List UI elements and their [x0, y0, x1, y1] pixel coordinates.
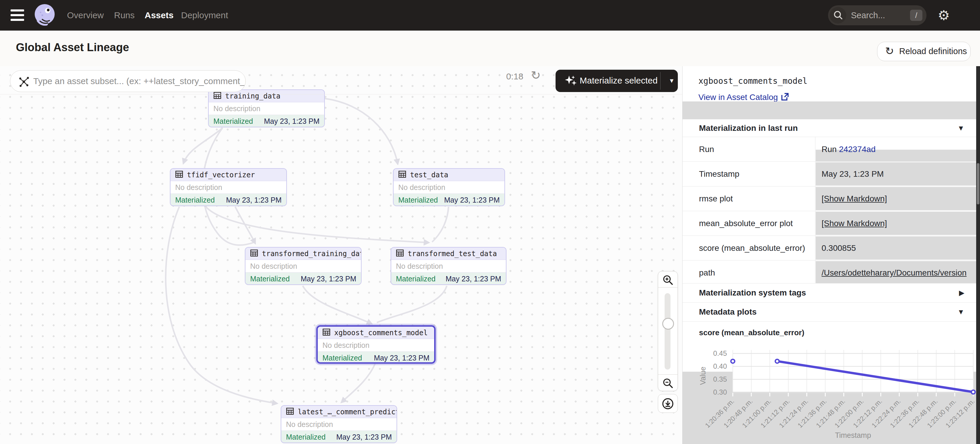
metadata-label: Run — [682, 137, 815, 161]
lineage-canvas[interactable]: training_dataNo descriptionMaterializedM… — [0, 66, 682, 444]
asset-description: No description — [394, 181, 504, 194]
nav-item-overview[interactable]: Overview — [67, 0, 104, 30]
metadata-link[interactable]: [Show Markdown] — [822, 219, 887, 228]
asset-node-header: tfidf_vectorizer — [170, 169, 286, 181]
section-materialization-in-last-run[interactable]: Materialization in last run ▼ — [682, 119, 976, 137]
metadata-value: /Users/odetteharary/Documents/version — [816, 261, 976, 285]
panel-scrollbar[interactable] — [976, 66, 980, 444]
page-title: Global Asset Lineage — [16, 41, 129, 54]
scrollbar-thumb[interactable] — [977, 163, 979, 204]
section-materialization-system-tags[interactable]: Materialization system tags ▶ — [682, 283, 976, 302]
zoom-in-button[interactable] — [658, 271, 678, 288]
asset-timestamp: May 23, 1:23 PM — [374, 354, 430, 362]
asset-node-header: latest_…_comment_predictions — [281, 406, 396, 418]
asset-name: training_data — [225, 92, 280, 100]
asset-status: Materialized — [175, 196, 215, 204]
asset-node-transformed_training_data[interactable]: transformed_training_dataNo descriptionM… — [245, 247, 361, 285]
panel-spacer-band — [682, 102, 976, 119]
search-icon — [830, 7, 846, 24]
download-image-button[interactable] — [658, 394, 678, 413]
hamburger-menu-icon[interactable] — [11, 10, 24, 21]
dagster-logo-icon[interactable] — [32, 2, 58, 28]
nav-item-assets[interactable]: Assets — [145, 0, 173, 30]
asset-node-transformed_test_data[interactable]: transformed_test_dataNo descriptionMater… — [391, 247, 506, 285]
asset-description: No description — [245, 260, 361, 272]
asset-status: Materialized — [250, 275, 290, 283]
asset-timestamp: May 23, 1:23 PM — [226, 196, 282, 204]
asset-node-training_data[interactable]: training_dataNo descriptionMaterializedM… — [208, 89, 325, 127]
asset-name: transformed_training_data — [262, 250, 361, 258]
table-icon — [250, 249, 262, 258]
metadata-label: score (mean_absolute_error) — [682, 236, 815, 260]
section-metadata-plots[interactable]: Metadata plots ▼ — [682, 302, 976, 321]
page-header: Global Asset Lineage ↻ Reload definition… — [0, 30, 980, 67]
asset-description: No description — [318, 339, 434, 352]
chevron-right-icon: ▶ — [959, 289, 964, 297]
metadata-row-run: RunRun 242374ad — [682, 137, 976, 161]
metadata-label: rmse plot — [682, 186, 815, 211]
asset-description: No description — [281, 418, 396, 430]
asset-description: No description — [209, 102, 324, 115]
asset-node-footer: MaterializedMay 23, 1:23 PM — [209, 115, 324, 127]
reload-definitions-button[interactable]: ↻ Reload definitions — [877, 42, 970, 61]
zoom-out-button[interactable] — [658, 374, 678, 390]
nav-item-deployment[interactable]: Deployment — [181, 0, 228, 30]
asset-node-footer: MaterializedMay 23, 1:23 PM — [245, 272, 361, 285]
asset-timestamp: May 23, 1:23 PM — [336, 433, 392, 441]
asset-node-footer: MaterializedMay 23, 1:23 PM — [394, 194, 504, 206]
zoom-slider-thumb[interactable] — [662, 318, 674, 329]
run-id-link[interactable]: 242374ad — [839, 145, 876, 154]
metadata-row-path: path/Users/odetteharary/Documents/versio… — [682, 260, 976, 285]
metadata-label: path — [682, 261, 815, 285]
asset-graph-filter-icon — [18, 76, 30, 89]
chevron-down-icon: ▼ — [958, 308, 964, 316]
asset-status: Materialized — [286, 433, 326, 441]
button-divider — [660, 72, 660, 90]
asset-timestamp: May 23, 1:23 PM — [445, 275, 501, 283]
asset-node-footer: MaterializedMay 23, 1:23 PM — [281, 430, 396, 443]
svg-text:0.45: 0.45 — [713, 349, 727, 357]
asset-description: No description — [391, 260, 506, 272]
refresh-graph-icon[interactable]: ↻ — [531, 68, 541, 82]
asset-description: No description — [170, 181, 286, 194]
metadata-row-mean-absolute-error-plot: mean_absolute_error plot[Show Markdown] — [682, 211, 976, 236]
metadata-value: [Show Markdown] — [816, 186, 976, 211]
materialize-selected-button[interactable]: Materialize selected ▾ — [555, 70, 678, 92]
view-in-asset-catalog-link[interactable]: View in Asset Catalog — [698, 92, 789, 102]
metadata-value: May 23, 1:23 PM — [816, 162, 976, 186]
run-prefix: Run — [822, 145, 839, 154]
asset-status: Materialized — [398, 196, 438, 204]
refresh-icon: ↻ — [885, 45, 894, 57]
sparkle-icon — [564, 75, 577, 88]
asset-details-panel: xgboost_comments_model View in Asset Cat… — [682, 66, 980, 444]
asset-name: transformed_test_data — [408, 250, 497, 258]
asset-timestamp: May 23, 1:23 PM — [264, 117, 320, 126]
asset-node-test_data[interactable]: test_dataNo descriptionMaterializedMay 2… — [393, 168, 505, 206]
asset-node-xgboost_comments_model[interactable]: xgboost_comments_modelNo descriptionMate… — [316, 325, 436, 364]
asset-node-footer: MaterializedMay 23, 1:23 PM — [318, 352, 434, 364]
zoom-slider-track[interactable] — [665, 293, 670, 369]
nav-item-runs[interactable]: Runs — [114, 0, 135, 30]
top-nav-bar: OverviewRunsAssetsDeployment Search... /… — [0, 0, 980, 30]
settings-gear-icon[interactable]: ⚙ — [938, 8, 950, 23]
metadata-link[interactable]: /Users/odetteharary/Documents/version — [822, 268, 966, 277]
metadata-plot-section: score (mean_absolute_error) 1:20:36 p.m.… — [682, 321, 980, 444]
table-icon — [396, 249, 408, 258]
metadata-link[interactable]: [Show Markdown] — [822, 194, 887, 203]
asset-node-footer: MaterializedMay 23, 1:23 PM — [170, 194, 286, 206]
search-shortcut-badge: / — [910, 10, 923, 21]
asset-name: test_data — [410, 171, 448, 179]
metadata-row-score-mean-absolute-error-: score (mean_absolute_error)0.300855 — [682, 236, 976, 260]
materialize-dropdown-caret[interactable]: ▾ — [665, 70, 678, 92]
asset-node-header: transformed_training_data — [245, 248, 361, 260]
global-search-input[interactable]: Search... / — [828, 5, 926, 25]
asset-timestamp: May 23, 1:23 PM — [444, 196, 500, 204]
asset-title: xgboost_comments_model — [698, 76, 807, 86]
metadata-value: [Show Markdown] — [816, 211, 976, 236]
filter-placeholder: Type an asset subset... (ex: ++latest_st… — [33, 70, 246, 92]
asset-node-tfidf_vectorizer[interactable]: tfidf_vectorizerNo descriptionMaterializ… — [170, 168, 287, 206]
materialization-metadata-table: RunRun 242374adTimestampMay 23, 1:23 PMr… — [682, 137, 976, 285]
asset-node-latest__comment_predictions[interactable]: latest_…_comment_predictionsNo descripti… — [281, 405, 397, 443]
asset-node-footer: MaterializedMay 23, 1:23 PM — [391, 272, 506, 285]
asset-subset-filter-input[interactable]: Type an asset subset... (ex: ++latest_st… — [10, 70, 246, 92]
